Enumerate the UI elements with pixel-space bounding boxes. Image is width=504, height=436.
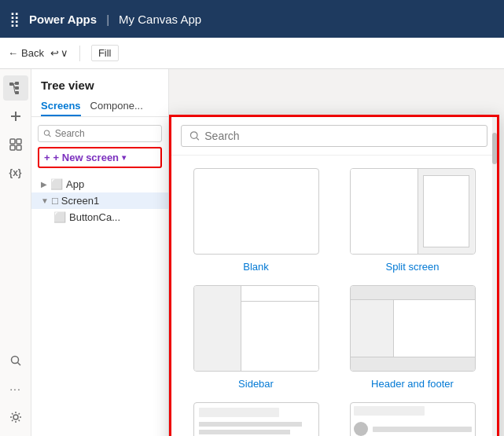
new-screen-chevron: ▾ <box>122 153 126 162</box>
screen1-icon: □ <box>52 195 58 207</box>
components-tab[interactable]: Compone... <box>90 97 143 116</box>
svg-line-4 <box>13 83 15 84</box>
app-expand-icon: ▶ <box>41 180 47 189</box>
svg-point-18 <box>190 132 197 139</box>
overlay-search-box[interactable] <box>181 125 487 147</box>
tree-items: ▶ ⬜ App ▼ □ Screen1 ⬜ ButtonCa... <box>31 174 168 227</box>
blank-label: Blank <box>243 261 269 273</box>
split-screen-template[interactable]: Split screen <box>340 168 484 273</box>
tree-tabs: Screens Compone... <box>31 97 168 117</box>
back-arrow-icon: ← <box>8 47 18 59</box>
form-thumb <box>193 402 319 436</box>
tree-search-input[interactable] <box>55 128 156 139</box>
split-screen-label: Split screen <box>386 261 440 273</box>
tree-search-box[interactable] <box>38 125 162 142</box>
tree-item-screen1[interactable]: ▼ □ Screen1 <box>31 192 168 209</box>
svg-line-17 <box>49 135 50 137</box>
main-layout: {x} ··· Tree view Screens Compone... <box>0 69 504 436</box>
svg-rect-3 <box>15 91 19 94</box>
app-title: Power Apps <box>29 13 97 26</box>
fill-dropdown[interactable]: Fill <box>91 45 119 61</box>
blank-template[interactable]: Blank <box>184 168 328 273</box>
header-footer-template[interactable]: Header and footer <box>340 285 484 390</box>
back-button[interactable]: ← Back <box>8 47 44 59</box>
sidebar-template[interactable]: Sidebar <box>184 285 328 390</box>
apps-icon[interactable]: ⣿ <box>9 10 20 27</box>
settings-icon[interactable] <box>3 405 28 430</box>
svg-line-19 <box>197 137 199 140</box>
header-footer-label: Header and footer <box>371 378 454 390</box>
search-icon[interactable] <box>3 348 28 373</box>
svg-rect-2 <box>15 86 19 90</box>
toolbar: ← Back ↩ ∨ Fill <box>0 38 504 69</box>
undo-icon: ↩ <box>50 47 59 59</box>
scrollbar-thumb <box>492 133 497 164</box>
app-label: App <box>66 178 84 190</box>
svg-point-13 <box>11 357 18 364</box>
insert-icon[interactable] <box>3 104 28 129</box>
app-icon: ⬜ <box>50 178 63 190</box>
back-label: Back <box>21 47 44 59</box>
svg-point-16 <box>44 130 49 135</box>
tree-item-buttonca[interactable]: ⬜ ButtonCa... <box>31 209 168 225</box>
overlay-search-input[interactable] <box>204 130 479 142</box>
variables-icon[interactable]: {x} <box>3 160 28 185</box>
list-thumb <box>350 402 476 436</box>
svg-rect-0 <box>9 82 13 86</box>
new-screen-label: + New screen <box>53 152 119 163</box>
header-footer-thumb <box>350 285 476 372</box>
screens-tab[interactable]: Screens <box>41 97 81 116</box>
more-icon[interactable]: ··· <box>3 376 28 401</box>
tree-view-title: Tree view <box>31 69 168 97</box>
sidebar-thumb <box>193 285 319 372</box>
tree-view-icon[interactable] <box>3 75 28 101</box>
title-separator: | <box>106 13 109 26</box>
tree-panel: Tree view Screens Compone... + + New scr… <box>31 69 169 436</box>
template-grid: Blank Split screen <box>171 156 497 436</box>
overlay-search-area <box>171 117 497 156</box>
svg-point-15 <box>13 415 18 420</box>
screen1-expand-icon: ▼ <box>41 196 49 205</box>
svg-rect-1 <box>15 82 19 85</box>
new-screen-overlay: Blank Split screen <box>169 115 499 436</box>
list-template[interactable]: List <box>340 402 484 436</box>
plus-icon: + <box>44 152 50 163</box>
svg-rect-9 <box>10 139 15 144</box>
top-bar: ⣿ Power Apps | My Canvas App <box>0 0 504 38</box>
data-icon[interactable] <box>3 132 28 157</box>
svg-rect-12 <box>17 145 21 150</box>
svg-rect-10 <box>17 139 21 144</box>
blank-thumb <box>193 168 319 255</box>
tree-item-app[interactable]: ▶ ⬜ App <box>31 176 168 192</box>
buttonca-icon: ⬜ <box>53 211 66 223</box>
sidebar-label: Sidebar <box>238 378 274 390</box>
scrollbar[interactable] <box>492 117 497 436</box>
toolbar-divider <box>79 46 80 61</box>
new-screen-button[interactable]: + + New screen ▾ <box>38 147 162 168</box>
overlay-search-icon <box>189 130 200 141</box>
screen1-label: Screen1 <box>61 195 99 207</box>
canvas-app-name: My Canvas App <box>119 13 201 26</box>
icon-bar: {x} ··· <box>0 69 31 436</box>
chevron-down-icon: ∨ <box>61 47 68 59</box>
split-screen-thumb <box>350 168 476 255</box>
tree-search-icon <box>43 129 52 138</box>
svg-rect-11 <box>10 145 15 150</box>
undo-button[interactable]: ↩ ∨ <box>50 47 68 59</box>
svg-line-14 <box>17 363 20 366</box>
form-template[interactable]: Form <box>184 402 328 436</box>
buttonca-label: ButtonCa... <box>69 211 120 223</box>
